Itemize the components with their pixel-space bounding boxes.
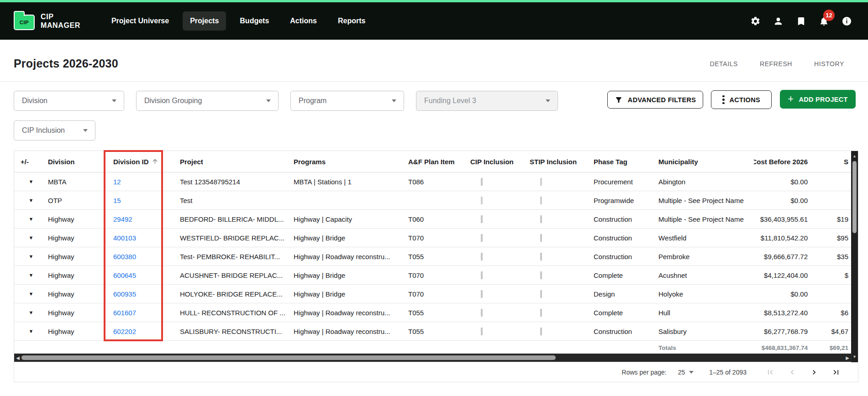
funding-level-3-filter-select[interactable]: Funding Level 3 (416, 91, 558, 111)
column-header-phase-tag[interactable]: Phase Tag (587, 158, 652, 166)
cost-before-2026-cell: $11,810,542.20 (754, 234, 813, 242)
horizontal-scrollbar-thumb[interactable] (21, 355, 556, 360)
row-expand-arrow[interactable]: ▼ (14, 198, 42, 203)
cip-inclusion-checkbox[interactable] (481, 271, 483, 279)
nav-item-projects[interactable]: Projects (183, 11, 226, 31)
add-project-button[interactable]: + ADD PROJECT (780, 90, 856, 109)
nav-item-reports[interactable]: Reports (331, 11, 373, 31)
division-filter-select[interactable]: Division (14, 91, 124, 111)
stip-inclusion-checkbox[interactable] (540, 234, 542, 242)
phase-tag-cell: Design (587, 290, 652, 298)
details-button[interactable]: DETAILS (710, 60, 738, 68)
previous-page-button[interactable] (788, 368, 797, 377)
division-id-link[interactable]: 600380 (113, 253, 136, 261)
column-header-af-plan-item[interactable]: A&F Plan Item (402, 158, 464, 166)
row-expand-arrow[interactable]: ▼ (14, 179, 42, 184)
stip-inclusion-checkbox[interactable] (540, 271, 542, 279)
first-page-button[interactable] (766, 368, 775, 377)
rows-per-page-control[interactable]: Rows per page: 25 (622, 369, 694, 376)
row-expand-arrow[interactable]: ▼ (14, 216, 42, 222)
page-title: Projects 2026-2030 (14, 57, 118, 70)
cip-inclusion-checkbox[interactable] (481, 234, 483, 242)
sort-ascending-arrow-icon[interactable] (152, 157, 158, 166)
cip-inclusion-checkbox[interactable] (481, 197, 483, 204)
row-expand-arrow[interactable]: ▼ (14, 254, 42, 259)
nav-item-actions[interactable]: Actions (283, 11, 324, 31)
history-button[interactable]: HISTORY (814, 60, 844, 68)
bookmark-icon[interactable] (795, 15, 807, 27)
stip-inclusion-checkbox[interactable] (540, 290, 542, 298)
cip-inclusion-checkbox[interactable] (481, 253, 483, 261)
row-expand-arrow[interactable]: ▼ (14, 291, 42, 297)
stip-inclusion-checkbox[interactable] (540, 328, 542, 335)
division-cell: Highway (42, 309, 107, 317)
phase-tag-cell: Construction (587, 253, 652, 261)
chevron-down-icon (392, 99, 396, 102)
column-header-municipality[interactable]: Municipality (652, 158, 754, 166)
account-person-icon[interactable] (772, 15, 784, 27)
next-page-button[interactable] (810, 368, 819, 377)
stip-inclusion-checkbox[interactable] (540, 253, 542, 261)
scroll-left-arrow-icon[interactable]: ◀ (14, 355, 21, 360)
info-icon[interactable] (841, 15, 852, 27)
column-header-cip-inclusion[interactable]: CIP Inclusion (464, 158, 523, 166)
division-cell: Highway (42, 328, 107, 335)
actions-button[interactable]: ACTIONS (711, 90, 772, 109)
cost-before-2026-cell: $6,277,768.79 (754, 328, 813, 335)
stip-inclusion-checkbox[interactable] (540, 215, 542, 223)
stip-inclusion-checkbox[interactable] (540, 197, 542, 204)
vertical-scrollbar[interactable]: ▲ ▼ (851, 151, 858, 363)
division-grouping-filter-select[interactable]: Division Grouping (136, 91, 279, 111)
column-header-division-id[interactable]: Division ID (107, 157, 174, 166)
division-id-link[interactable]: 12 (113, 178, 121, 186)
cip-inclusion-checkbox[interactable] (481, 328, 483, 335)
cip-inclusion-checkbox[interactable] (481, 309, 483, 317)
column-header-stip-inclusion[interactable]: STIP Inclusion (523, 158, 587, 166)
division-id-link[interactable]: 600935 (113, 290, 136, 298)
row-expand-arrow[interactable]: ▼ (14, 328, 42, 334)
column-header-programs[interactable]: Programs (287, 158, 402, 166)
last-page-button[interactable] (831, 368, 841, 377)
row-expand-arrow[interactable]: ▼ (14, 272, 42, 278)
refresh-button[interactable]: REFRESH (760, 60, 792, 68)
division-id-link[interactable]: 601607 (113, 309, 136, 317)
scroll-down-arrow-icon[interactable]: ▼ (851, 354, 858, 359)
projects-table: +/- Division Division ID Project Program… (14, 151, 858, 362)
row-expand-arrow[interactable]: ▼ (14, 235, 42, 240)
row-expand-arrow[interactable]: ▼ (14, 310, 42, 315)
af-plan-item-cell: T055 (402, 309, 464, 317)
column-header-project[interactable]: Project (174, 158, 287, 166)
settings-gear-icon[interactable] (749, 15, 761, 27)
column-header-cost-before-2026[interactable]: Cost Before 2026 (754, 158, 813, 166)
division-id-link[interactable]: 29492 (113, 215, 132, 223)
chevron-down-icon (83, 129, 88, 132)
cip-inclusion-filter-select[interactable]: CIP Inclusion (14, 120, 95, 141)
vertical-scrollbar-thumb[interactable] (852, 161, 857, 233)
division-id-link[interactable]: 602202 (113, 328, 136, 335)
division-id-link[interactable]: 400103 (113, 234, 136, 242)
af-plan-item-cell: T060 (402, 215, 464, 223)
column-header-division[interactable]: Division (42, 158, 107, 166)
stip-inclusion-checkbox[interactable] (540, 309, 542, 317)
nav-item-project-universe[interactable]: Project Universe (104, 11, 176, 31)
cip-inclusion-checkbox[interactable] (481, 178, 483, 186)
notifications-bell-icon[interactable]: 12 (818, 15, 830, 27)
column-header-clipped[interactable]: S (813, 158, 852, 166)
division-id-link[interactable]: 15 (113, 197, 121, 204)
division-id-link[interactable]: 600645 (113, 271, 136, 279)
table-row: ▼ Highway 600380 Test- PEMBROKE- REHABIL… (14, 247, 858, 266)
navbar: CIP CIP MANAGER Project Universe Project… (0, 2, 868, 40)
horizontal-scrollbar[interactable]: ◀ ▶ (14, 354, 852, 362)
clipped-next-column-cell: $19 (813, 215, 852, 223)
cost-before-2026-cell: $0.00 (754, 197, 813, 204)
stip-inclusion-checkbox[interactable] (540, 178, 542, 186)
program-filter-select[interactable]: Program (290, 91, 404, 111)
scroll-right-arrow-icon[interactable]: ▶ (844, 355, 851, 360)
scroll-up-arrow-icon[interactable]: ▲ (851, 154, 858, 158)
cip-inclusion-checkbox[interactable] (481, 215, 483, 223)
advanced-filters-button[interactable]: ADVANCED FILTERS (607, 91, 703, 109)
totals-cost-before-2026: $468,831,367.74 (754, 344, 813, 351)
table-row: ▼ Highway 602202 SALISBURY- RECONSTRUCTI… (14, 322, 858, 341)
cip-inclusion-checkbox[interactable] (481, 290, 483, 298)
nav-item-budgets[interactable]: Budgets (232, 11, 276, 31)
